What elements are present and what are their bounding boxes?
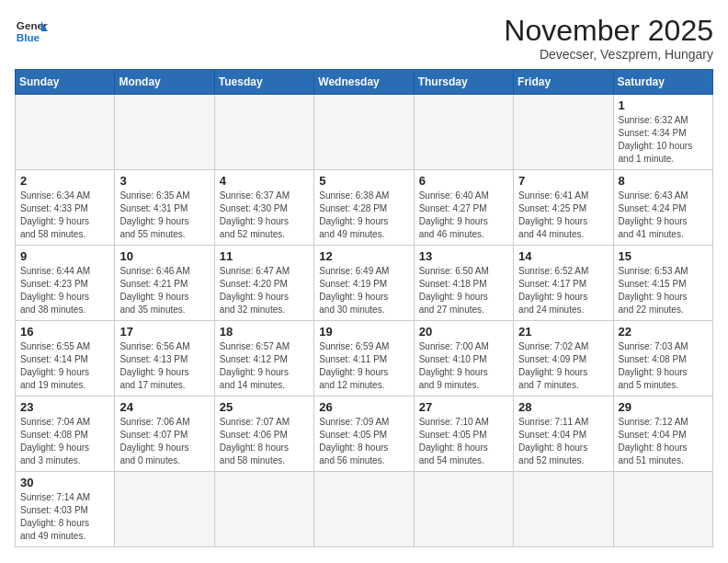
day-number: 3: [119, 174, 209, 188]
day-info: Sunrise: 6:49 AM Sunset: 4:19 PM Dayligh…: [319, 265, 408, 316]
day-number: 20: [419, 325, 508, 339]
calendar-cell: 29Sunrise: 7:12 AM Sunset: 4:04 PM Dayli…: [613, 396, 712, 472]
day-number: 11: [220, 249, 309, 263]
calendar-cell: 21Sunrise: 7:02 AM Sunset: 4:09 PM Dayli…: [514, 321, 613, 396]
calendar-cell: [414, 95, 513, 170]
calendar-week-1: 1Sunrise: 6:32 AM Sunset: 4:34 PM Daylig…: [16, 95, 713, 170]
header-day-saturday: Saturday: [613, 70, 712, 95]
day-info: Sunrise: 6:38 AM Sunset: 4:28 PM Dayligh…: [319, 190, 408, 241]
day-number: 29: [619, 400, 708, 414]
calendar-cell: 11Sunrise: 6:47 AM Sunset: 4:20 PM Dayli…: [214, 246, 313, 321]
calendar-week-5: 23Sunrise: 7:04 AM Sunset: 4:08 PM Dayli…: [16, 396, 713, 472]
day-number: 26: [319, 400, 408, 414]
day-info: Sunrise: 7:07 AM Sunset: 4:06 PM Dayligh…: [220, 416, 309, 467]
day-number: 25: [220, 400, 309, 414]
day-info: Sunrise: 6:40 AM Sunset: 4:27 PM Dayligh…: [419, 190, 508, 241]
header-day-monday: Monday: [115, 70, 214, 95]
svg-text:Blue: Blue: [17, 31, 40, 43]
header-day-tuesday: Tuesday: [214, 70, 313, 95]
calendar-cell: [414, 472, 513, 547]
header: General Blue November 2025 Devecser, Ves…: [15, 15, 713, 62]
day-number: 4: [220, 174, 309, 188]
calendar-cell: 3Sunrise: 6:35 AM Sunset: 4:31 PM Daylig…: [115, 170, 214, 246]
day-info: Sunrise: 6:52 AM Sunset: 4:17 PM Dayligh…: [518, 265, 608, 316]
calendar-cell: 14Sunrise: 6:52 AM Sunset: 4:17 PM Dayli…: [514, 246, 613, 321]
day-number: 2: [20, 174, 109, 188]
calendar-cell: 24Sunrise: 7:06 AM Sunset: 4:07 PM Dayli…: [115, 396, 214, 472]
day-info: Sunrise: 6:47 AM Sunset: 4:20 PM Dayligh…: [220, 265, 309, 316]
calendar-cell: [514, 95, 613, 170]
calendar-week-6: 30Sunrise: 7:14 AM Sunset: 4:03 PM Dayli…: [16, 472, 713, 547]
calendar-title: November 2025: [504, 15, 713, 47]
day-info: Sunrise: 6:55 AM Sunset: 4:14 PM Dayligh…: [20, 340, 109, 392]
day-info: Sunrise: 6:34 AM Sunset: 4:33 PM Dayligh…: [20, 190, 109, 241]
calendar-cell: [214, 95, 313, 170]
day-number: 30: [20, 476, 109, 489]
day-info: Sunrise: 6:43 AM Sunset: 4:24 PM Dayligh…: [619, 190, 708, 241]
calendar-cell: 4Sunrise: 6:37 AM Sunset: 4:30 PM Daylig…: [214, 170, 313, 246]
calendar-cell: 30Sunrise: 7:14 AM Sunset: 4:03 PM Dayli…: [16, 472, 115, 547]
header-day-friday: Friday: [514, 70, 613, 95]
calendar-cell: 5Sunrise: 6:38 AM Sunset: 4:28 PM Daylig…: [314, 170, 414, 246]
day-number: 16: [20, 325, 109, 339]
calendar-header: SundayMondayTuesdayWednesdayThursdayFrid…: [16, 70, 713, 95]
day-info: Sunrise: 6:35 AM Sunset: 4:31 PM Dayligh…: [119, 190, 209, 241]
calendar-cell: 9Sunrise: 6:44 AM Sunset: 4:23 PM Daylig…: [16, 246, 115, 321]
calendar-cell: 26Sunrise: 7:09 AM Sunset: 4:05 PM Dayli…: [314, 396, 414, 472]
day-number: 6: [419, 174, 508, 188]
day-info: Sunrise: 7:10 AM Sunset: 4:05 PM Dayligh…: [419, 416, 508, 467]
calendar-cell: 28Sunrise: 7:11 AM Sunset: 4:04 PM Dayli…: [514, 396, 613, 472]
calendar-cell: [314, 95, 414, 170]
calendar-cell: 20Sunrise: 7:00 AM Sunset: 4:10 PM Dayli…: [414, 321, 513, 396]
day-info: Sunrise: 6:59 AM Sunset: 4:11 PM Dayligh…: [319, 340, 408, 392]
day-info: Sunrise: 6:53 AM Sunset: 4:15 PM Dayligh…: [619, 265, 708, 316]
calendar-cell: 10Sunrise: 6:46 AM Sunset: 4:21 PM Dayli…: [115, 246, 214, 321]
day-info: Sunrise: 6:37 AM Sunset: 4:30 PM Dayligh…: [220, 190, 309, 241]
day-number: 1: [619, 98, 708, 112]
calendar-cell: 12Sunrise: 6:49 AM Sunset: 4:19 PM Dayli…: [314, 246, 414, 321]
day-number: 27: [419, 400, 508, 414]
calendar-cell: 23Sunrise: 7:04 AM Sunset: 4:08 PM Dayli…: [16, 396, 115, 472]
header-day-sunday: Sunday: [16, 70, 115, 95]
calendar-cell: 7Sunrise: 6:41 AM Sunset: 4:25 PM Daylig…: [514, 170, 613, 246]
calendar-cell: 25Sunrise: 7:07 AM Sunset: 4:06 PM Dayli…: [214, 396, 313, 472]
day-number: 17: [119, 325, 209, 339]
calendar-cell: [613, 472, 712, 547]
calendar-cell: [214, 472, 313, 547]
calendar-cell: 6Sunrise: 6:40 AM Sunset: 4:27 PM Daylig…: [414, 170, 513, 246]
calendar-cell: [314, 472, 414, 547]
calendar-cell: 19Sunrise: 6:59 AM Sunset: 4:11 PM Dayli…: [314, 321, 414, 396]
day-number: 8: [619, 174, 708, 188]
calendar-cell: 15Sunrise: 6:53 AM Sunset: 4:15 PM Dayli…: [613, 246, 712, 321]
calendar-week-2: 2Sunrise: 6:34 AM Sunset: 4:33 PM Daylig…: [16, 170, 713, 246]
day-info: Sunrise: 7:06 AM Sunset: 4:07 PM Dayligh…: [119, 416, 209, 467]
calendar-cell: [115, 95, 214, 170]
day-info: Sunrise: 6:50 AM Sunset: 4:18 PM Dayligh…: [419, 265, 508, 316]
day-number: 23: [20, 400, 109, 414]
calendar-cell: 8Sunrise: 6:43 AM Sunset: 4:24 PM Daylig…: [613, 170, 712, 246]
day-info: Sunrise: 6:44 AM Sunset: 4:23 PM Dayligh…: [20, 265, 109, 316]
calendar-cell: 1Sunrise: 6:32 AM Sunset: 4:34 PM Daylig…: [613, 95, 712, 170]
calendar-cell: 13Sunrise: 6:50 AM Sunset: 4:18 PM Dayli…: [414, 246, 513, 321]
header-day-wednesday: Wednesday: [314, 70, 414, 95]
header-row: SundayMondayTuesdayWednesdayThursdayFrid…: [16, 70, 713, 95]
calendar-cell: 17Sunrise: 6:56 AM Sunset: 4:13 PM Dayli…: [115, 321, 214, 396]
logo-icon: General Blue: [15, 15, 48, 48]
calendar-week-4: 16Sunrise: 6:55 AM Sunset: 4:14 PM Dayli…: [16, 321, 713, 396]
calendar-subtitle: Devecser, Veszprem, Hungary: [504, 47, 713, 62]
day-number: 9: [20, 249, 109, 263]
logo: General Blue: [15, 15, 48, 48]
day-number: 18: [220, 325, 309, 339]
day-number: 21: [518, 325, 608, 339]
day-number: 24: [119, 400, 209, 414]
calendar-cell: 16Sunrise: 6:55 AM Sunset: 4:14 PM Dayli…: [16, 321, 115, 396]
day-info: Sunrise: 7:00 AM Sunset: 4:10 PM Dayligh…: [419, 340, 508, 392]
day-info: Sunrise: 6:32 AM Sunset: 4:34 PM Dayligh…: [619, 114, 708, 166]
day-number: 15: [619, 249, 708, 263]
day-number: 14: [518, 249, 608, 263]
day-info: Sunrise: 6:57 AM Sunset: 4:12 PM Dayligh…: [220, 340, 309, 392]
calendar-table: SundayMondayTuesdayWednesdayThursdayFrid…: [15, 69, 713, 547]
calendar-cell: [115, 472, 214, 547]
day-info: Sunrise: 7:09 AM Sunset: 4:05 PM Dayligh…: [319, 416, 408, 467]
calendar-cell: 2Sunrise: 6:34 AM Sunset: 4:33 PM Daylig…: [16, 170, 115, 246]
